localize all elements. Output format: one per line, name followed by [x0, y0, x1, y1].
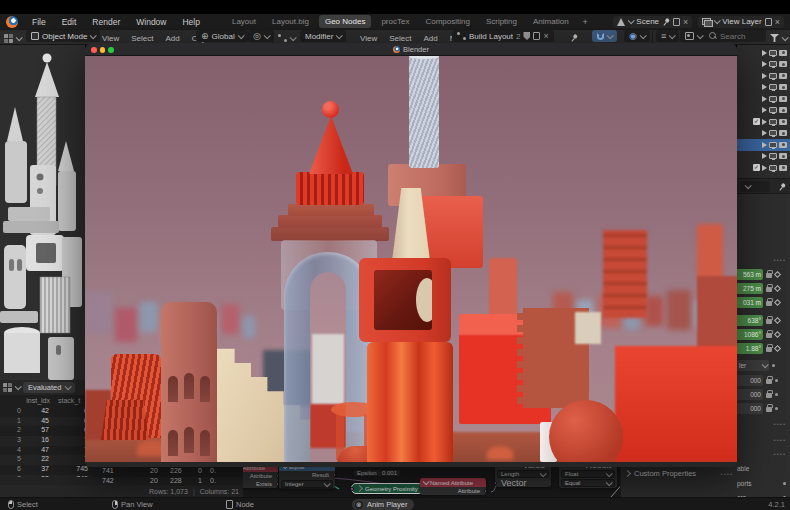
node-menu-select[interactable]: Select [389, 34, 411, 43]
add-workspace-button[interactable]: + [579, 17, 592, 27]
location-y-field[interactable]: 275 m [737, 283, 763, 294]
exists-socket[interactable] [276, 482, 278, 486]
viewport-menu-add[interactable]: Add [165, 34, 179, 43]
workspace-tab-scripting[interactable]: Scripting [480, 15, 523, 28]
attribute-socket[interactable] [276, 474, 278, 478]
display-mode-dropdown[interactable]: ≡ [656, 30, 679, 42]
outliner-row[interactable] [737, 59, 790, 71]
integer-field[interactable]: Integer [281, 480, 333, 488]
select-toggle-icon[interactable] [762, 96, 767, 102]
drag-handle[interactable]: •••• [721, 471, 733, 477]
viewport-visibility-icon[interactable] [769, 50, 777, 56]
lock-icon[interactable] [766, 333, 772, 338]
render-visibility-icon[interactable] [779, 142, 787, 148]
animate-dot-icon[interactable] [775, 379, 778, 382]
epsilon-field[interactable]: Epsilon 0.001 [353, 469, 401, 477]
named-attribute-node[interactable]: Named Attribute Attribute [420, 478, 486, 495]
viewport-visibility-icon[interactable] [769, 107, 777, 113]
workspace-tab-layout-big[interactable]: Layout.big [266, 15, 315, 28]
mode-dropdown[interactable]: Object Mode [26, 30, 100, 42]
lock-icon[interactable] [766, 301, 772, 306]
geometry-proximity-node[interactable]: Geometry Proximity [351, 483, 424, 494]
location-z-field[interactable]: 031 m [737, 297, 763, 308]
select-toggle-icon[interactable] [762, 84, 767, 90]
outliner-row[interactable] [737, 105, 790, 117]
scene-name[interactable]: Scene [636, 17, 659, 26]
outliner-row[interactable] [737, 139, 790, 151]
select-toggle-icon[interactable] [762, 50, 767, 56]
result-socket[interactable] [333, 473, 335, 477]
input-socket[interactable] [350, 487, 354, 491]
animate-dot-icon[interactable] [772, 364, 775, 367]
lock-icon[interactable] [766, 347, 772, 352]
lock-icon[interactable] [766, 287, 772, 292]
snapping-toggle[interactable] [592, 30, 617, 42]
lock-icon[interactable] [766, 379, 772, 384]
outliner-row[interactable] [737, 70, 790, 82]
viewport-visibility-icon[interactable] [769, 130, 777, 136]
scale-z-field[interactable]: 000 [737, 403, 763, 414]
outliner-row[interactable] [737, 47, 790, 59]
render-visibility-icon[interactable] [779, 119, 787, 125]
viewport-menu-view[interactable]: View [102, 34, 119, 43]
drag-handle[interactable]: •••• [774, 421, 786, 427]
workspace-tab-compositing[interactable]: Compositing [419, 15, 475, 28]
pivot-dropdown[interactable]: ◎ [248, 30, 274, 42]
render-window[interactable]: Blender [85, 43, 737, 467]
keyframe-icon[interactable] [774, 285, 781, 292]
new-layer-icon[interactable] [765, 18, 772, 26]
animate-dot-icon[interactable] [783, 482, 786, 485]
select-toggle-icon[interactable] [762, 130, 767, 136]
operation-dropdown[interactable]: Equal [561, 479, 615, 487]
workspace-tab-layout[interactable]: Layout [226, 15, 262, 28]
data-type-dropdown[interactable]: Float [561, 470, 615, 478]
render-visibility-icon[interactable] [779, 84, 787, 90]
keyframe-icon[interactable] [774, 345, 781, 352]
select-toggle-icon[interactable] [762, 119, 767, 125]
drag-handle[interactable]: •••• [774, 257, 786, 263]
new-scene-icon[interactable] [673, 18, 680, 26]
anim-player-status[interactable]: ⊗ Anim Player [352, 499, 414, 510]
node-tree-selector[interactable]: Build Layout 2 × [452, 30, 554, 42]
menu-window[interactable]: Window [136, 17, 166, 27]
viewport-visibility-icon[interactable] [769, 119, 777, 125]
render-visibility-icon[interactable] [779, 61, 787, 67]
outliner-filter[interactable] [770, 30, 787, 46]
workspace-tab-proctex[interactable]: procTex [375, 15, 415, 28]
viewport-visibility-icon[interactable] [769, 96, 777, 102]
render-visibility-icon[interactable] [779, 96, 787, 102]
drag-handle[interactable]: •••• [774, 437, 786, 443]
scale-y-field[interactable]: 000 [737, 389, 763, 400]
close-icon[interactable]: × [683, 18, 688, 26]
column-header-stack[interactable]: stack_t [58, 397, 80, 404]
viewport-visibility-icon[interactable] [769, 165, 777, 171]
select-toggle-icon[interactable] [762, 142, 767, 148]
lock-icon[interactable] [766, 407, 772, 412]
node-menu-view[interactable]: View [360, 34, 377, 43]
attribute-socket[interactable] [484, 489, 486, 493]
outliner-row[interactable] [737, 82, 790, 94]
workspace-tab-geo-nodes[interactable]: Geo Nodes [319, 15, 371, 28]
scale-x-field[interactable]: 000 [737, 375, 763, 386]
outliner-search[interactable]: Search [704, 30, 766, 42]
operation-dropdown[interactable]: Length [497, 470, 549, 478]
rotation-y-field[interactable]: 1086° [737, 329, 763, 340]
orientation-dropdown[interactable]: ⊕ Global [196, 30, 248, 42]
viewport-visibility-icon[interactable] [769, 73, 777, 79]
outliner-row[interactable]: ✓ [737, 162, 790, 174]
keyframe-icon[interactable] [774, 331, 781, 338]
outliner-row[interactable] [737, 151, 790, 163]
lock-icon[interactable] [766, 319, 772, 324]
collapse-icon[interactable] [356, 485, 363, 492]
viewport-visibility-icon[interactable] [769, 142, 777, 148]
lock-icon[interactable] [766, 393, 772, 398]
render-visibility-icon[interactable] [779, 130, 787, 136]
render-visibility-icon[interactable] [779, 153, 787, 159]
geonode-mode-dropdown[interactable]: Modifier [300, 30, 346, 42]
collapse-icon[interactable] [423, 478, 430, 485]
custom-properties-panel[interactable]: Custom Properties [625, 469, 696, 478]
animate-dot-icon[interactable] [775, 393, 778, 396]
outliner-row[interactable] [737, 128, 790, 140]
scene-selector[interactable]: Scene × [613, 16, 692, 28]
blender-logo-icon[interactable] [6, 16, 18, 28]
